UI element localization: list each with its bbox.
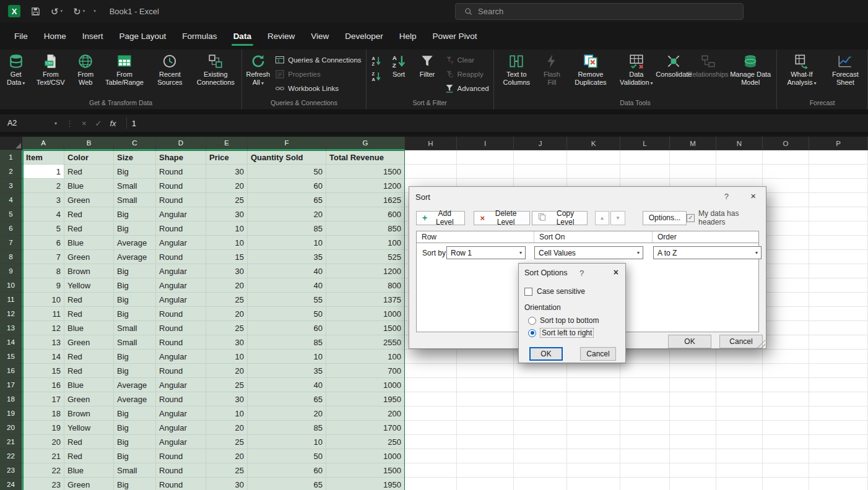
cell-E2[interactable]: 30 [206,165,248,179]
cell-L15[interactable] [620,350,670,364]
cell-H16[interactable] [405,364,457,378]
row-header-9[interactable]: 9 [0,264,23,278]
cell-P12[interactable] [809,307,868,321]
formula-input[interactable]: 1 [132,119,136,128]
cell-A16[interactable]: 15 [23,364,64,378]
cell-E5[interactable]: 30 [206,207,248,221]
ribbon-button-queries-connections[interactable]: Queries & Connections [272,53,363,67]
insert-function-icon[interactable]: fx [106,119,121,128]
cell-C10[interactable]: Big [114,278,156,293]
column-header-M[interactable]: M [670,137,716,150]
cell-F24[interactable]: 65 [248,478,326,490]
cell-D16[interactable]: Round [156,364,206,378]
cell-H22[interactable] [405,449,457,463]
row-header-16[interactable]: 16 [0,364,23,378]
cell-H23[interactable] [405,463,457,478]
cell-J16[interactable] [514,364,567,378]
cell-E3[interactable]: 20 [206,179,248,193]
cell-J1[interactable] [514,150,567,165]
menu-tab-data[interactable]: Data [225,28,259,45]
cell-A12[interactable]: 11 [23,307,64,321]
cell-N2[interactable] [716,165,763,179]
cell-G24[interactable]: 1950 [326,478,405,490]
cell-I17[interactable] [457,378,514,392]
cell-M24[interactable] [670,478,716,490]
cell-C6[interactable]: Big [114,221,156,236]
ribbon-button-recent-sources[interactable]: Recent Sources [149,51,191,95]
cell-O18[interactable] [763,392,809,406]
cell-E14[interactable]: 30 [206,335,248,350]
cell-P2[interactable] [809,165,868,179]
redo-dropdown-icon[interactable]: ▾ [83,9,85,14]
cell-B1[interactable]: Color [64,150,114,165]
row-header-4[interactable]: 4 [0,193,23,207]
cell-G16[interactable]: 700 [326,364,405,378]
menu-tab-home[interactable]: Home [36,28,74,45]
row-header-19[interactable]: 19 [0,406,23,421]
cell-M20[interactable] [670,421,716,435]
cell-F14[interactable]: 85 [248,335,326,350]
cell-G12[interactable]: 1000 [326,307,405,321]
cell-A3[interactable]: 2 [23,179,64,193]
row-header-24[interactable]: 24 [0,478,23,490]
cell-C9[interactable]: Big [114,264,156,278]
cell-D18[interactable]: Round [156,392,206,406]
cell-C11[interactable]: Big [114,293,156,307]
cell-P23[interactable] [809,463,868,478]
cell-G20[interactable]: 1700 [326,421,405,435]
cell-D15[interactable]: Angular [156,350,206,364]
cell-D1[interactable]: Shape [156,150,206,165]
cell-B9[interactable]: Brown [64,264,114,278]
cell-F17[interactable]: 40 [248,378,326,392]
cell-A5[interactable]: 4 [23,207,64,221]
cell-D22[interactable]: Round [156,449,206,463]
cell-C21[interactable]: Big [114,435,156,449]
cell-P24[interactable] [809,478,868,490]
cell-A9[interactable]: 8 [23,264,64,278]
cell-N16[interactable] [716,364,763,378]
cell-O6[interactable] [763,221,809,236]
cell-B11[interactable]: Red [64,293,114,307]
cell-F19[interactable]: 20 [248,406,326,421]
cell-O14[interactable] [763,335,809,350]
ribbon-button-text-to-columns[interactable]: Text to Columns [496,51,537,95]
name-box[interactable]: A2 ▾ [0,114,62,132]
cell-J23[interactable] [514,463,567,478]
cell-E4[interactable]: 25 [206,193,248,207]
cell-P3[interactable] [809,179,868,193]
cell-M21[interactable] [670,435,716,449]
row-header-2[interactable]: 2 [0,165,23,179]
cell-E23[interactable]: 25 [206,463,248,478]
cell-P20[interactable] [809,421,868,435]
ribbon-button-refresh-all[interactable]: Refresh All▾ [244,51,272,95]
menu-tab-formulas[interactable]: Formulas [174,28,225,45]
cell-P19[interactable] [809,406,868,421]
ribbon-button-remove-duplicates[interactable]: Remove Duplicates [566,51,615,95]
cell-O11[interactable] [763,293,809,307]
name-box-dropdown-icon[interactable]: ▾ [54,121,57,126]
ribbon-button-manage-data-model[interactable]: Manage Data Model [726,51,775,95]
cell-F16[interactable]: 35 [248,364,326,378]
cell-L20[interactable] [620,421,670,435]
ribbon-button-sort-z-to-a[interactable]: ZA [368,69,384,84]
cell-K17[interactable] [567,378,620,392]
cell-O17[interactable] [763,378,809,392]
ribbon-button-data-validation[interactable]: Data Validation▾ [615,51,658,95]
cell-L17[interactable] [620,378,670,392]
cell-H19[interactable] [405,406,457,421]
cell-P7[interactable] [809,236,868,250]
cell-N1[interactable] [716,150,763,165]
ribbon-button-get-data[interactable]: Get Data▾ [2,51,30,95]
cell-P9[interactable] [809,264,868,278]
cell-C2[interactable]: Big [114,165,156,179]
cell-C7[interactable]: Average [114,236,156,250]
cell-O9[interactable] [763,264,809,278]
cell-I22[interactable] [457,449,514,463]
cell-C3[interactable]: Small [114,179,156,193]
column-header-K[interactable]: K [567,137,620,150]
cell-J22[interactable] [514,449,567,463]
cell-C8[interactable]: Average [114,250,156,264]
cell-E11[interactable]: 25 [206,293,248,307]
cell-O7[interactable] [763,236,809,250]
row-header-3[interactable]: 3 [0,179,23,193]
